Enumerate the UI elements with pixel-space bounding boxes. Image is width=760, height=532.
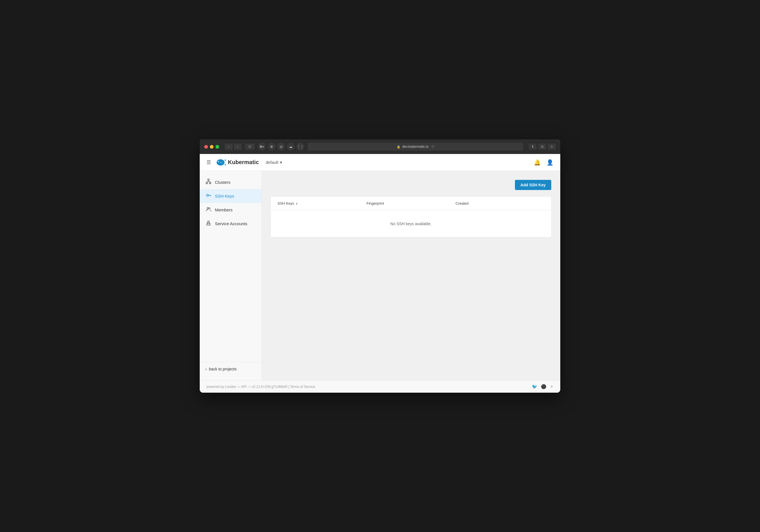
add-ssh-key-button[interactable]: Add SSH Key [515, 180, 551, 190]
ext-btn-b[interactable]: B+ [258, 143, 266, 151]
slack-icon[interactable]: ✦ [550, 384, 553, 389]
content-header: Add SSH Key [271, 180, 551, 190]
table-empty-message: No SSH keys available. [271, 210, 551, 237]
github-icon[interactable]: ⚫ [541, 384, 546, 389]
lock-icon: 🔒 [397, 145, 401, 149]
sidebar-footer: ‹ back to projects [200, 362, 261, 376]
svg-point-12 [207, 195, 208, 196]
project-selector[interactable]: default ▾ [265, 160, 282, 165]
forward-button[interactable]: › [234, 144, 242, 150]
tab-overview-button[interactable]: ⧉ [538, 144, 546, 150]
user-icon[interactable]: 👤 [546, 159, 553, 166]
table-header: SSH Keys ▲ Fingerprint Created [271, 197, 551, 210]
sidebar-item-service-accounts[interactable]: Service Accounts [200, 217, 261, 231]
footer-left: powered by Loodse — API — v2.12.0+239.g7… [207, 385, 315, 389]
app-window: ‹ › ⊡ B+ ⊕ ◎ ☁ ⋮⋮ 🔒 dev.kubermatic.io ↺ … [200, 139, 560, 393]
table-col-ssh-keys-label: SSH Keys [277, 201, 294, 205]
members-icon [205, 206, 212, 213]
maximize-button[interactable] [215, 145, 219, 149]
service-accounts-icon [205, 220, 212, 227]
sidebar-item-clusters-label: Clusters [215, 180, 230, 185]
ext-btn-shield[interactable]: ⊕ [267, 143, 275, 151]
table-col-ssh-keys: SSH Keys ▲ [277, 201, 366, 205]
sidebar-item-members[interactable]: Members [200, 203, 261, 217]
svg-rect-19 [207, 224, 210, 225]
new-tab-button[interactable]: + [548, 144, 556, 150]
logo-text: Kubermatic [228, 159, 259, 165]
project-name: default [265, 160, 278, 165]
titlebar-right-buttons: ⬆ ⧉ + [529, 144, 556, 150]
hamburger-menu[interactable]: ☰ [207, 159, 211, 165]
topnav-left: ☰ Kubermatic default ▾ [207, 158, 282, 167]
project-chevron-icon: ▾ [280, 160, 282, 165]
table-col-fingerprint-label: Fingerprint [366, 201, 384, 205]
svg-point-17 [209, 208, 211, 209]
logo-fish-icon [215, 158, 226, 167]
sort-icon[interactable]: ▲ [295, 202, 298, 205]
svg-rect-4 [208, 179, 209, 180]
topnav-right: 🔔 👤 [534, 159, 553, 166]
table-col-created-label: Created [455, 201, 468, 205]
footer-api-link[interactable]: API [241, 385, 247, 389]
sidebar-item-service-accounts-label: Service Accounts [215, 221, 247, 226]
svg-rect-6 [209, 183, 211, 184]
clusters-icon [205, 179, 212, 186]
nav-back-forward: ‹ › [225, 144, 242, 150]
url-text: dev.kubermatic.io [402, 145, 428, 149]
sidebar-item-members-label: Members [215, 207, 233, 212]
reload-icon[interactable]: ↺ [431, 145, 434, 149]
table-col-created: Created [455, 201, 545, 205]
svg-rect-5 [206, 183, 208, 184]
titlebar: ‹ › ⊡ B+ ⊕ ◎ ☁ ⋮⋮ 🔒 dev.kubermatic.io ↺ … [200, 139, 560, 154]
ssh-key-icon [205, 193, 212, 200]
traffic-lights [204, 145, 219, 149]
footer-social-links: 🐦 ⚫ ✦ [532, 384, 553, 389]
ext-btn-circle[interactable]: ◎ [277, 143, 285, 151]
sidebar-item-clusters[interactable]: Clusters [200, 175, 261, 189]
back-to-projects-label: back to projects [209, 367, 237, 371]
footer-powered-by: powered by Loodse — API — v2.12.0+239.g7… [207, 385, 315, 389]
footer-version: v2.12.0+239.g71488ef0 [252, 385, 287, 389]
back-button[interactable]: ‹ [225, 144, 233, 150]
table-col-fingerprint: Fingerprint [366, 201, 455, 205]
footer-terms-link[interactable]: Terms of Service [290, 385, 315, 389]
ssh-keys-table: SSH Keys ▲ Fingerprint Created No SSH ke… [271, 197, 551, 237]
reader-button[interactable]: ⊡ [245, 144, 255, 150]
svg-point-18 [208, 221, 209, 223]
ext-btn-cloud[interactable]: ☁ [287, 143, 295, 151]
url-bar[interactable]: 🔒 dev.kubermatic.io ↺ [308, 143, 523, 151]
sidebar: Clusters SSH Keys [200, 171, 262, 380]
footer: powered by Loodse — API — v2.12.0+239.g7… [200, 380, 560, 393]
notifications-icon[interactable]: 🔔 [534, 159, 541, 166]
back-arrow-icon: ‹ [205, 367, 207, 371]
twitter-icon[interactable]: 🐦 [532, 384, 538, 389]
svg-point-16 [207, 207, 209, 209]
close-button[interactable] [204, 145, 208, 149]
sidebar-item-ssh-keys[interactable]: SSH Keys [200, 189, 261, 203]
svg-point-3 [218, 161, 219, 162]
app-content: ☰ Kubermatic default ▾ 🔔 [200, 154, 560, 393]
sidebar-item-ssh-keys-label: SSH Keys [215, 194, 234, 199]
topnav: ☰ Kubermatic default ▾ 🔔 [200, 154, 560, 171]
content-area: Add SSH Key SSH Keys ▲ Fingerprint Creat… [262, 171, 560, 380]
extension-buttons: B+ ⊕ ◎ ☁ ⋮⋮ [258, 143, 304, 151]
svg-marker-2 [224, 163, 226, 166]
logo: Kubermatic [215, 158, 259, 167]
share-button[interactable]: ⬆ [529, 144, 537, 150]
minimize-button[interactable] [210, 145, 214, 149]
back-to-projects-button[interactable]: ‹ back to projects [205, 367, 256, 371]
ext-btn-grid[interactable]: ⋮⋮ [296, 143, 304, 151]
main-layout: Clusters SSH Keys [200, 171, 560, 380]
footer-right: 🐦 ⚫ ✦ [532, 384, 553, 389]
svg-marker-1 [224, 159, 226, 161]
